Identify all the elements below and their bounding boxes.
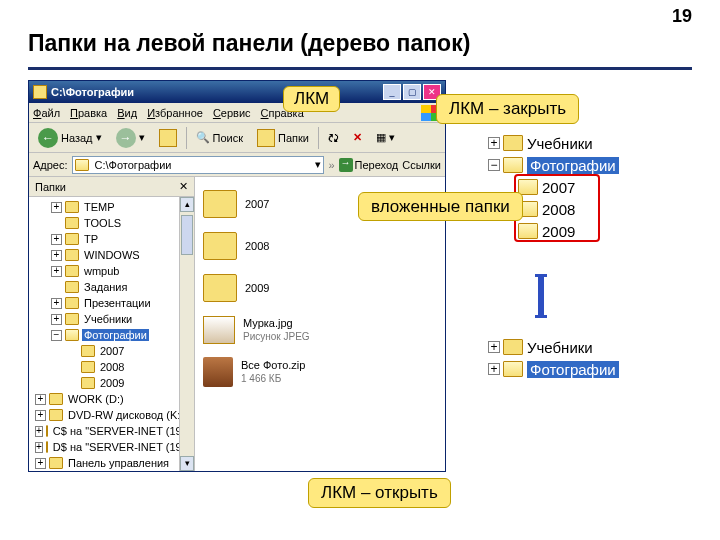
toolbar: ← Назад ▾ →▾ 🔍Поиск Папки 🗘 ✕ ▦▾ (29, 123, 445, 153)
go-button[interactable]: Переход (339, 158, 399, 172)
page-number: 19 (672, 6, 692, 27)
collapse-icon[interactable]: − (51, 330, 62, 341)
up-button[interactable] (154, 126, 182, 150)
menu-view[interactable]: Вид (117, 107, 137, 119)
tree-row[interactable]: +D$ на "SERVER-INET (192.168.1. (29, 439, 194, 455)
tree-label[interactable]: DVD-RW дисковод (K:) (66, 409, 186, 421)
tree-row[interactable]: −Фотографии (29, 327, 194, 343)
tree-label[interactable]: 2009 (98, 377, 126, 389)
tree-row[interactable]: +Панель управления (29, 455, 194, 471)
expand-icon[interactable]: + (488, 341, 500, 353)
collapse-icon[interactable]: − (488, 159, 500, 171)
content-item[interactable]: 2009 (199, 267, 441, 309)
expand-icon[interactable]: + (35, 394, 46, 405)
tree-label[interactable]: 2007 (98, 345, 126, 357)
tree-row[interactable]: +C$ на "SERVER-INET (192.168.1. (29, 423, 194, 439)
forward-button[interactable]: →▾ (111, 125, 150, 151)
sync-button[interactable]: 🗘 (323, 129, 344, 147)
tree-row[interactable]: +Учебники (488, 336, 619, 358)
scrollbar[interactable]: ▴▾ (179, 197, 194, 471)
menu-file[interactable]: Файл (33, 107, 60, 119)
tree-label[interactable]: Фотографии (527, 361, 619, 378)
expand-icon[interactable]: + (488, 137, 500, 149)
expand-icon[interactable]: + (35, 458, 46, 469)
tree-label[interactable]: WINDOWS (82, 249, 142, 261)
chevron-down-icon[interactable]: ▾ (315, 158, 321, 171)
tree-row[interactable]: 2007 (29, 343, 194, 359)
toolbar-separator (318, 127, 319, 149)
tree-row[interactable]: 2008 (29, 359, 194, 375)
tree-row[interactable]: +Учебники (29, 311, 194, 327)
expand-icon[interactable]: + (488, 363, 500, 375)
tree-label[interactable]: wmpub (82, 265, 121, 277)
expand-icon[interactable]: + (51, 314, 62, 325)
expand-icon[interactable]: + (51, 234, 62, 245)
folders-button[interactable]: Папки (252, 126, 314, 150)
content-pane[interactable]: 200720082009Мурка.jpgРисунок JPEGВсе Фот… (195, 177, 445, 471)
folder-icon (46, 425, 48, 437)
folder-icon (65, 281, 79, 293)
tree-label[interactable]: TP (82, 233, 100, 245)
minimize-button[interactable]: _ (383, 84, 401, 100)
menu-tools[interactable]: Сервис (213, 107, 251, 119)
expand-icon[interactable]: + (35, 410, 46, 421)
tree-label[interactable]: WORK (D:) (66, 393, 126, 405)
tree-label[interactable]: TEMP (82, 201, 117, 213)
tree-row[interactable]: +TP (29, 231, 194, 247)
sync-icon: 🗘 (328, 132, 339, 144)
content-item[interactable]: Мурка.jpgРисунок JPEG (199, 309, 441, 351)
search-button[interactable]: 🔍Поиск (191, 128, 248, 147)
expand-icon[interactable]: + (51, 250, 62, 261)
tree-row[interactable]: +wmpub (29, 263, 194, 279)
address-bar: Адрес: С:\Фотографии ▾ » Переход Ссылки (29, 153, 445, 177)
delete-button[interactable]: ✕ (348, 128, 367, 147)
tree-label[interactable]: Задания (82, 281, 129, 293)
tree-label[interactable]: Учебники (82, 313, 134, 325)
ibeam-cursor-icon (538, 276, 544, 316)
chevron-right-icon: » (328, 159, 334, 171)
tree-row[interactable]: Задания (29, 279, 194, 295)
tree-label[interactable]: Фотографии (82, 329, 149, 341)
tree-row[interactable]: +WORK (D:) (29, 391, 194, 407)
back-arrow-icon: ← (38, 128, 58, 148)
tree-label[interactable]: Презентации (82, 297, 153, 309)
back-button[interactable]: ← Назад ▾ (33, 125, 107, 151)
tree-row[interactable]: +TEMP (29, 199, 194, 215)
explorer-window: С:\Фотографии _ ▢ ✕ Файл Правка Вид Избр… (28, 80, 446, 472)
views-button[interactable]: ▦▾ (371, 128, 400, 147)
content-item[interactable]: Все Фото.zip1 466 КБ (199, 351, 441, 393)
tree-label[interactable]: Панель управления (66, 457, 171, 469)
tree-label[interactable]: Учебники (527, 339, 593, 356)
tree-row[interactable]: +WINDOWS (29, 247, 194, 263)
tree-label[interactable]: Фотографии (527, 157, 619, 174)
tree-example-collapsed: +Учебники+Фотографии (488, 336, 619, 380)
tree-row[interactable]: 2009 (29, 375, 194, 391)
menu-favorites[interactable]: Избранное (147, 107, 203, 119)
tree-row[interactable]: +Презентации (29, 295, 194, 311)
tree-label[interactable]: Учебники (527, 135, 593, 152)
tree-row[interactable]: TOOLS (29, 215, 194, 231)
tree-row[interactable]: +Учебники (488, 132, 619, 154)
address-input[interactable]: С:\Фотографии ▾ (72, 156, 325, 174)
tree-label[interactable]: TOOLS (82, 217, 123, 229)
tree-row[interactable]: +DVD-RW дисковод (K:) (29, 407, 194, 423)
tree-row[interactable]: +Фотографии (488, 358, 619, 380)
links-label[interactable]: Ссылки (402, 159, 441, 171)
tree-label[interactable]: C$ на "SERVER-INET (192.168.1. (51, 425, 194, 437)
maximize-button[interactable]: ▢ (403, 84, 421, 100)
expand-icon[interactable]: + (51, 298, 62, 309)
tree-label[interactable]: D$ на "SERVER-INET (192.168.1. (51, 441, 194, 453)
go-arrow-icon (339, 158, 353, 172)
highlight-box (514, 174, 600, 242)
content-item[interactable]: 2008 (199, 225, 441, 267)
expand-icon[interactable]: + (51, 266, 62, 277)
expand-icon[interactable]: + (51, 202, 62, 213)
tree-row[interactable]: −Фотографии (488, 154, 619, 176)
tree-label[interactable]: 2008 (98, 361, 126, 373)
close-icon[interactable]: ✕ (179, 180, 188, 193)
titlebar[interactable]: С:\Фотографии _ ▢ ✕ (29, 81, 445, 103)
folder-tree[interactable]: +TEMPTOOLS+TP+WINDOWS+wmpubЗадания+Презе… (29, 197, 194, 471)
expand-icon[interactable]: + (35, 426, 43, 437)
expand-icon[interactable]: + (35, 442, 43, 453)
menu-edit[interactable]: Правка (70, 107, 107, 119)
